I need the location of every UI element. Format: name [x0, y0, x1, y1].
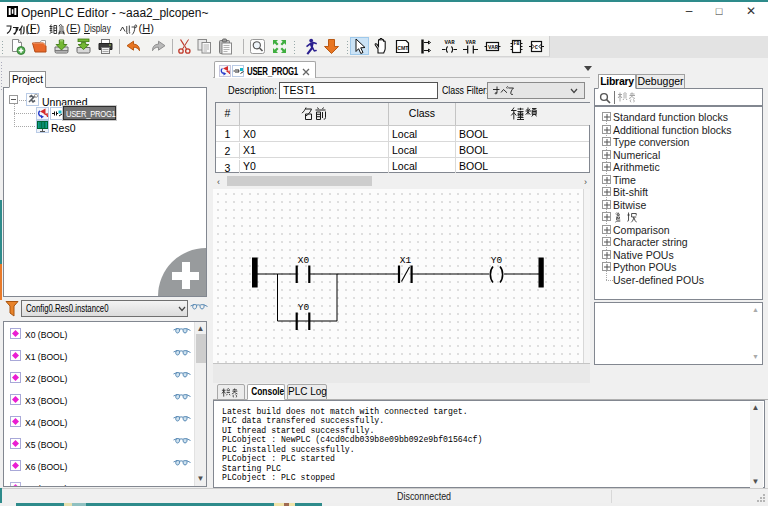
svg-text:VAR: VAR — [466, 39, 477, 46]
svg-text:VAR: VAR — [488, 44, 499, 51]
svg-text:Y0: Y0 — [491, 255, 503, 266]
svg-text:CMT: CMT — [397, 45, 409, 51]
svg-text:X0: X0 — [298, 255, 310, 266]
svg-text:VAR: VAR — [445, 39, 456, 46]
svg-text:Y0: Y0 — [298, 302, 310, 313]
svg-text:FB: FB — [513, 41, 519, 46]
svg-text:X1: X1 — [400, 255, 412, 266]
